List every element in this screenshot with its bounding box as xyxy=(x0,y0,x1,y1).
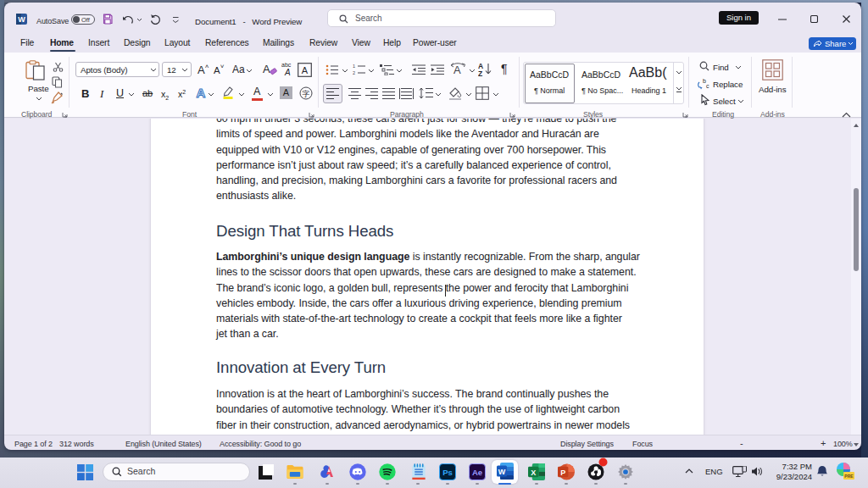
svg-text:W: W xyxy=(498,468,506,476)
svg-text:X: X xyxy=(531,469,536,477)
svg-text:P: P xyxy=(560,469,565,477)
svg-text:A: A xyxy=(302,65,309,75)
svg-text:字: 字 xyxy=(303,90,310,98)
svg-text:PRE: PRE xyxy=(844,474,854,479)
svg-text:A: A xyxy=(197,86,206,100)
svg-text:c: c xyxy=(706,83,709,89)
svg-text:Ps: Ps xyxy=(442,468,453,477)
svg-text:Ae: Ae xyxy=(472,468,482,477)
svg-text:1: 1 xyxy=(353,64,355,69)
svg-text:Z: Z xyxy=(478,69,482,77)
svg-text:W: W xyxy=(18,15,25,24)
svg-text:A: A xyxy=(453,64,461,76)
svg-text:2: 2 xyxy=(353,70,355,75)
